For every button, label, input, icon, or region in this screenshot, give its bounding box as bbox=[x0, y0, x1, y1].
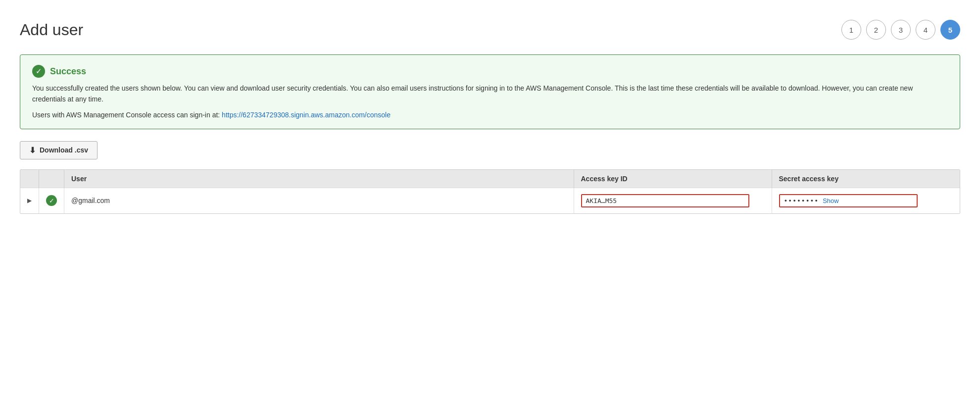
success-banner: ✓ Success You successfully created the u… bbox=[20, 54, 960, 129]
row-user: @gmail.com bbox=[64, 188, 574, 213]
page-header: Add user 1 2 3 4 5 bbox=[20, 20, 960, 40]
steps-indicator: 1 2 3 4 5 bbox=[841, 20, 960, 40]
step-3[interactable]: 3 bbox=[891, 20, 911, 40]
credentials-table: User Access key ID Secret access key ▶ ✓… bbox=[20, 170, 960, 213]
success-body-text: You successfully created the users shown… bbox=[32, 83, 948, 105]
credentials-table-container: User Access key ID Secret access key ▶ ✓… bbox=[20, 169, 960, 214]
step-4[interactable]: 4 bbox=[916, 20, 935, 40]
success-title: Success bbox=[50, 66, 86, 77]
row-status-check: ✓ bbox=[39, 188, 64, 213]
step-2[interactable]: 2 bbox=[866, 20, 886, 40]
signin-url[interactable]: https://627334729308.signin.aws.amazon.c… bbox=[222, 111, 391, 119]
row-success-icon: ✓ bbox=[46, 195, 57, 206]
col-header-status bbox=[39, 170, 64, 188]
col-header-secret-access-key: Secret access key bbox=[772, 170, 960, 188]
secret-key-value: •••••••• Show bbox=[779, 194, 918, 207]
signin-prefix: Users with AWS Management Console access… bbox=[32, 111, 220, 119]
col-header-access-key-id: Access key ID bbox=[574, 170, 772, 188]
step-5[interactable]: 5 bbox=[940, 20, 960, 40]
show-secret-link[interactable]: Show bbox=[823, 197, 839, 204]
success-icon: ✓ bbox=[32, 65, 45, 78]
step-1[interactable]: 1 bbox=[841, 20, 861, 40]
table-header-row: User Access key ID Secret access key bbox=[20, 170, 960, 188]
success-header: ✓ Success bbox=[32, 65, 948, 78]
access-key-ellipsis: … bbox=[601, 197, 605, 204]
access-key-id-value: AKIA…M55 bbox=[581, 194, 749, 207]
access-key-end: M55 bbox=[605, 197, 617, 204]
row-secret-access-key: •••••••• Show bbox=[772, 188, 960, 213]
col-header-user: User bbox=[64, 170, 574, 188]
row-access-key-id: AKIA…M55 bbox=[574, 188, 772, 213]
page-title: Add user bbox=[20, 21, 83, 39]
download-csv-button[interactable]: ⬇ Download .csv bbox=[20, 141, 98, 159]
download-button-label: Download .csv bbox=[40, 146, 88, 154]
row-expand-arrow[interactable]: ▶ bbox=[20, 188, 39, 213]
table-row: ▶ ✓ @gmail.com AKIA…M55 •••••••• Show bbox=[20, 188, 960, 213]
col-header-arrow bbox=[20, 170, 39, 188]
access-key-start: AKIA bbox=[586, 197, 601, 204]
download-icon: ⬇ bbox=[29, 146, 36, 155]
signin-link-row: Users with AWS Management Console access… bbox=[32, 111, 948, 119]
secret-masked-value: •••••••• bbox=[784, 197, 819, 204]
